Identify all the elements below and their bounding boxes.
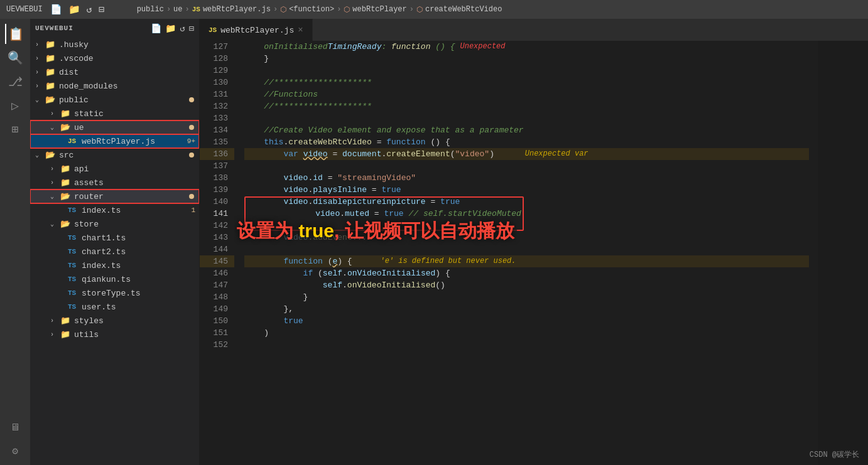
- sidebar-item-styles[interactable]: › 📁 styles: [30, 314, 199, 328]
- line-num-142: 142: [200, 220, 234, 232]
- line-num-135: 135: [200, 136, 234, 148]
- collapse-sidebar-icon[interactable]: ⊟: [189, 23, 194, 34]
- line-num-146: 146: [200, 267, 234, 279]
- code-line-148: }: [244, 291, 809, 303]
- ts-file-icon: TS: [68, 206, 79, 214]
- activity-explorer[interactable]: 📋: [5, 24, 25, 44]
- activity-remote[interactable]: 🖥: [5, 417, 25, 437]
- code-line-145: function (e) { 'e' is defined but never …: [244, 255, 809, 267]
- folder-icon: 📁: [45, 67, 57, 77]
- utils-label: utils: [74, 330, 99, 339]
- activity-git[interactable]: ⎇: [5, 72, 25, 92]
- router-dot: [189, 194, 194, 199]
- title-text: UEVWEBUI: [6, 5, 43, 14]
- folder-icon: 📁: [60, 316, 72, 326]
- router-label: router: [74, 192, 189, 201]
- sidebar-item-utils[interactable]: › 📁 utils: [30, 328, 199, 341]
- chevron-right-icon: ›: [50, 331, 60, 338]
- breadcrumb-path: public › ue › JS webRtcPlayer.js › ⬡ <fu…: [137, 5, 862, 14]
- folder-icon: 📁: [60, 178, 72, 188]
- tab-js-icon: JS: [209, 26, 217, 34]
- new-folder-icon[interactable]: 📁: [68, 4, 80, 16]
- top-toolbar: 📄 📁 ↺ ⊟: [50, 4, 104, 16]
- user-label: user.ts: [82, 302, 116, 312]
- breadcrumb-public: public: [137, 5, 164, 14]
- qiankun-label: qiankun.ts: [82, 275, 131, 284]
- sidebar-item-src[interactable]: ⌄ 📂 src: [30, 148, 199, 162]
- sidebar-item-ue[interactable]: ⌄ 📂 ue: [30, 120, 199, 134]
- chinese-text: 设置为 true, 让视频可以自动播放: [237, 220, 514, 241]
- activity-search[interactable]: 🔍: [5, 48, 25, 68]
- sidebar-item-index-ts[interactable]: TS index.ts 1: [30, 203, 199, 217]
- chevron-down-icon: ⌄: [35, 151, 45, 159]
- activity-extensions[interactable]: ⊞: [5, 119, 25, 139]
- code-line-129: [244, 65, 809, 77]
- sidebar-item-vscode[interactable]: › 📁 .vscode: [30, 51, 199, 65]
- code-line-150: true: [244, 315, 809, 327]
- code-content[interactable]: onInitialisedTimingReady: function () {U…: [234, 41, 809, 465]
- line-num-149: 149: [200, 303, 234, 315]
- new-file-sidebar-icon[interactable]: 📄: [151, 23, 161, 34]
- line-num-130: 130: [200, 77, 234, 88]
- ts-file-icon: TS: [68, 275, 79, 283]
- chevron-right-icon: ›: [35, 69, 45, 76]
- husky-label: .husky: [59, 40, 89, 50]
- breadcrumb-function: <function>: [289, 5, 334, 14]
- sidebar-item-store-index-ts[interactable]: TS index.ts: [30, 259, 199, 272]
- sidebar-item-storetype[interactable]: TS storeType.ts: [30, 286, 199, 300]
- sidebar-item-router[interactable]: ⌄ 📂 router: [30, 190, 199, 203]
- line-num-134: 134: [200, 124, 234, 136]
- breadcrumb-filename: webRtcPlayer.js: [203, 5, 271, 14]
- csdn-watermark: CSDN @碳学长: [810, 449, 859, 460]
- tab-webrtcplayer[interactable]: JS webRtcPlayer.js ×: [200, 19, 313, 41]
- sidebar-item-static[interactable]: › 📁 static: [30, 107, 199, 120]
- ts-file-icon: TS: [68, 248, 79, 255]
- api-label: api: [74, 164, 89, 174]
- code-line-138: video.id = "streamingVideo": [244, 172, 809, 184]
- ts-file-icon: TS: [68, 303, 79, 311]
- line-num-141: 141: [200, 208, 234, 220]
- chevron-right-icon: ›: [50, 166, 60, 173]
- webrtcplayer-label: webRtcPlayer.js: [82, 137, 187, 146]
- sidebar-item-assets[interactable]: › 📁 assets: [30, 176, 199, 190]
- static-label: static: [74, 109, 104, 119]
- code-editor: 127 128 129 130 131 132 133 134 135 136 …: [200, 41, 868, 465]
- sidebar-item-chart2[interactable]: TS chart2.ts: [30, 245, 199, 259]
- code-line-135: this.createWebRtcVideo = function () {: [244, 136, 809, 148]
- code-line-133: [244, 112, 809, 124]
- new-folder-sidebar-icon[interactable]: 📁: [165, 23, 176, 34]
- code-line-132: //********************: [244, 100, 809, 112]
- line-num-127: 127: [200, 41, 234, 53]
- sidebar-item-node-modules[interactable]: › 📁 node_modules: [30, 79, 199, 93]
- store-label: store: [74, 220, 99, 229]
- line-num-133: 133: [200, 112, 234, 124]
- line-num-138: 138: [200, 172, 234, 184]
- sidebar-item-husky[interactable]: › 📁 .husky: [30, 38, 199, 51]
- refresh-icon[interactable]: ↺: [87, 4, 92, 16]
- line-num-145: 145: [200, 255, 234, 267]
- folder-icon: 📁: [45, 40, 57, 50]
- line-num-150: 150: [200, 315, 234, 327]
- sidebar-item-dist[interactable]: › 📁 dist: [30, 65, 199, 79]
- ts-file-icon: TS: [68, 234, 79, 242]
- sidebar-item-api[interactable]: › 📁 api: [30, 162, 199, 176]
- sidebar: UEVWEBUI 📄 📁 ↺ ⊟ › 📁 .husky › 📁 .vscode: [30, 19, 200, 465]
- code-line-130: //********************: [244, 77, 809, 88]
- sidebar-item-chart1[interactable]: TS chart1.ts: [30, 231, 199, 245]
- tab-close-icon[interactable]: ×: [298, 25, 303, 35]
- sidebar-item-public[interactable]: ⌄ 📂 public: [30, 93, 199, 107]
- activity-debug[interactable]: ▷: [5, 95, 25, 115]
- sidebar-item-user[interactable]: TS user.ts: [30, 300, 199, 314]
- collapse-icon[interactable]: ⊟: [99, 4, 104, 16]
- code-line-141: video.muted = true // self.startVideoMut…: [244, 208, 809, 220]
- refresh-sidebar-icon[interactable]: ↺: [180, 23, 185, 34]
- code-line-137: [244, 160, 809, 172]
- sidebar-item-store[interactable]: ⌄ 📂 store: [30, 217, 199, 231]
- sidebar-item-qiankun[interactable]: TS qiankun.ts: [30, 272, 199, 286]
- minimap[interactable]: [818, 41, 868, 465]
- new-file-icon[interactable]: 📄: [50, 4, 62, 16]
- activity-settings[interactable]: ⚙: [5, 441, 25, 461]
- sidebar-item-webrtcplayer[interactable]: JS webRtcPlayer.js 9+: [30, 134, 199, 148]
- chevron-right-icon: ›: [35, 55, 45, 62]
- breadcrumb-js-icon: JS: [192, 6, 200, 13]
